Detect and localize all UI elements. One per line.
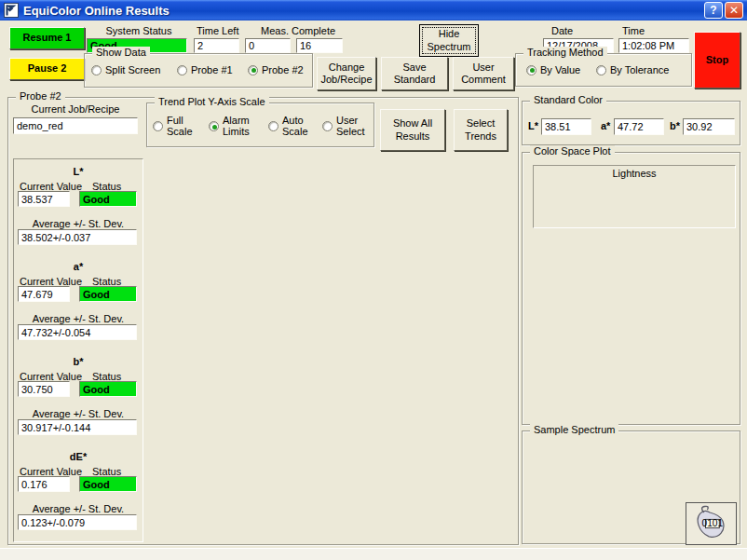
current-value-field: 38.537 (18, 191, 70, 207)
time-label: Time (622, 25, 645, 36)
time-left-label: Time Left (197, 25, 238, 36)
titlebar: EquiColor Online Results ? ✕ (0, 0, 747, 20)
lightness-title: Lightness (533, 168, 736, 179)
radio-icon (526, 65, 536, 75)
meas-complete-label: Meas. Complete (261, 25, 335, 36)
radio-label: Probe #1 (191, 64, 233, 75)
show-all-results-button[interactable]: Show All Results (380, 109, 445, 151)
current-value-field: 47.679 (18, 286, 70, 302)
probe-group-label: Probe #2 (16, 90, 65, 102)
window-bottom-strip (0, 548, 747, 560)
status-field: Good (79, 286, 137, 302)
color-space-group-label: Color Space Plot (530, 145, 615, 157)
radio-label: By Value (540, 64, 580, 75)
window-title: EquiColor Online Results (23, 4, 702, 18)
job-recipe-field[interactable]: demo_red (13, 117, 138, 134)
lightness-bar-chart (538, 181, 730, 227)
svg-text:0101: 0101 (702, 518, 724, 528)
trend-plot-a (147, 256, 520, 348)
meas-complete-field[interactable]: 16 (296, 38, 343, 53)
radio-by-tolerance[interactable]: By Tolerance (596, 64, 669, 75)
spectrum-group-label: Sample Spectrum (530, 424, 618, 435)
standard-color-group-label: Standard Color (530, 94, 606, 105)
status-field: Good (79, 381, 137, 397)
job-recipe-label: Current Job/Recipe (13, 103, 138, 115)
metric-name: L* (13, 166, 143, 177)
select-trends-button[interactable]: Select Trends (454, 109, 508, 151)
pause-button[interactable]: Pause 2 (9, 58, 85, 80)
time-left-field[interactable]: 2 (194, 38, 239, 53)
avg-field: 30.917+/-0.144 (18, 419, 137, 435)
app-window: EquiColor Online Results ? ✕ Resume 1 Pa… (0, 0, 747, 560)
avg-label: Average +/- St. Dev. (13, 408, 143, 419)
standard-b-label: b* (670, 120, 680, 131)
avg-label: Average +/- St. Dev. (13, 313, 143, 324)
trend-plot-b (147, 349, 520, 441)
system-status-label: System Status (87, 25, 191, 36)
radio-icon (209, 121, 219, 131)
trend-scale-group-label: Trend Plot Y-Axis Scale (155, 96, 269, 107)
hide-spectrum-button[interactable]: Hide Spectrum (419, 24, 479, 57)
radio-full-scale[interactable]: Full Scale (153, 116, 208, 137)
radio-by-value[interactable]: By Value (526, 64, 580, 75)
avg-field: 47.732+/-0.054 (18, 324, 137, 340)
radio-icon (596, 65, 606, 75)
standard-b-field: 30.92 (683, 118, 735, 135)
resume-button[interactable]: Resume 1 (9, 27, 85, 49)
standard-a-label: a* (601, 120, 610, 131)
radio-alarm-limits[interactable]: Alarm Limits (209, 116, 264, 137)
avg-label: Average +/- St. Dev. (13, 218, 143, 229)
radio-auto-scale[interactable]: Auto Scale (268, 116, 323, 137)
mouse-icon: 0101 (688, 503, 734, 544)
radio-label: Split Screen (105, 64, 160, 75)
tracking-method-group-label: Tracking Method (523, 47, 607, 58)
radio-label: Probe #2 (262, 64, 304, 75)
user-comment-button[interactable]: User Comment (453, 57, 514, 90)
avg-field: 38.502+/-0.037 (18, 229, 137, 245)
metric-name: dE* (13, 451, 143, 462)
radio-label: Auto Scale (282, 116, 323, 137)
date-label: Date (551, 25, 573, 36)
radio-probe-1[interactable]: Probe #1 (177, 64, 233, 75)
avg-field: 0.123+/-0.079 (18, 514, 137, 530)
radio-label: Alarm Limits (223, 116, 264, 137)
mid-count-field[interactable]: 0 (245, 38, 291, 53)
current-value-field: 30.750 (18, 381, 70, 397)
radio-split-screen[interactable]: Split Screen (91, 64, 160, 75)
radio-icon (268, 121, 278, 131)
radio-label: Full Scale (167, 116, 208, 137)
metric-name: b* (13, 356, 143, 367)
radio-label: User Select (336, 116, 377, 137)
radio-icon (91, 65, 102, 75)
raw-data-mouse-button[interactable]: 0101 (686, 502, 737, 545)
radio-icon (248, 65, 258, 75)
trend-plot-L (147, 162, 520, 253)
metric-name: a* (13, 261, 143, 272)
status-field: Good (79, 476, 137, 492)
save-standard-button[interactable]: Save Standard (381, 57, 448, 90)
status-field: Good (79, 191, 137, 207)
radio-icon (177, 65, 187, 75)
standard-a-field: 47.72 (614, 118, 664, 135)
trend-plot-dE (147, 444, 520, 535)
standard-L-field: 38.51 (541, 118, 591, 135)
stop-button[interactable]: Stop (694, 32, 740, 89)
app-icon (4, 3, 19, 18)
show-data-group-label: Show Data (92, 47, 150, 58)
help-button[interactable]: ? (704, 2, 723, 19)
standard-L-label: L* (528, 120, 538, 131)
radio-icon (153, 121, 163, 131)
ab-color-space-chart (533, 235, 717, 421)
radio-probe-2[interactable]: Probe #2 (248, 64, 304, 75)
change-job-recipe-button[interactable]: Change Job/Recipe (317, 57, 376, 90)
radio-user-select[interactable]: User Select (322, 116, 377, 137)
time-field: 1:02:08 PM (618, 38, 689, 53)
current-value-field: 0.176 (18, 476, 70, 492)
close-button[interactable]: ✕ (725, 2, 743, 19)
radio-icon (322, 121, 333, 131)
avg-label: Average +/- St. Dev. (13, 503, 143, 514)
radio-label: By Tolerance (610, 64, 669, 75)
